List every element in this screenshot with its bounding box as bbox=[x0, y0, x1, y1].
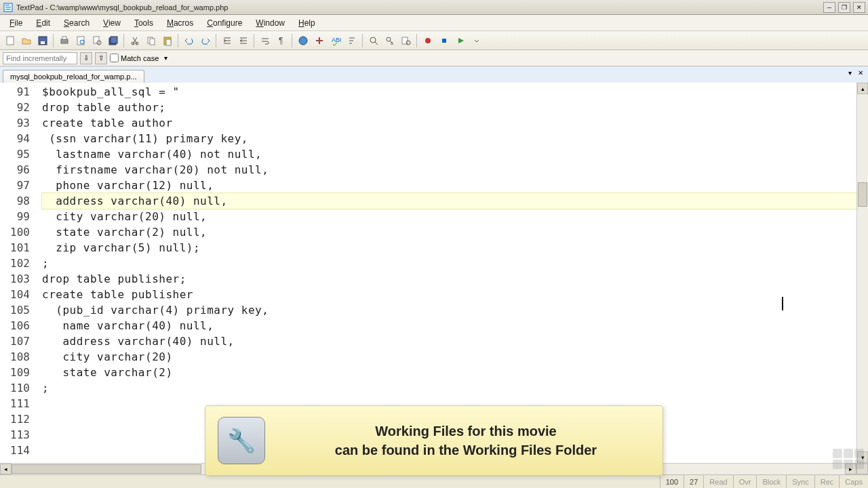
menu-file[interactable]: File bbox=[4, 16, 28, 30]
save-icon[interactable] bbox=[35, 33, 50, 48]
find-next-button[interactable]: ⇩ bbox=[80, 52, 92, 64]
line-number-gutter: 9192939495969798991001011021031041051061… bbox=[0, 83, 34, 463]
code-line[interactable]: address varchar(40) null, bbox=[42, 193, 856, 209]
code-line[interactable]: ; bbox=[42, 380, 856, 396]
scroll-up-icon[interactable]: ▴ bbox=[857, 83, 868, 94]
menu-help[interactable]: Help bbox=[293, 16, 321, 30]
find-options-dropdown[interactable]: ▾ bbox=[161, 52, 170, 64]
vertical-scrollbar[interactable]: ▴ ▾ bbox=[856, 83, 868, 463]
scroll-left-icon[interactable]: ◂ bbox=[0, 464, 12, 474]
code-line[interactable]: phone varchar(12) null, bbox=[42, 178, 856, 193]
find-icon[interactable] bbox=[366, 33, 381, 48]
outdent-icon[interactable] bbox=[236, 33, 251, 48]
code-line[interactable]: name varchar(40) null, bbox=[42, 318, 856, 333]
statusbar: 100 27 Read Ovr Block Sync Rec Caps bbox=[0, 474, 868, 488]
sort-icon[interactable] bbox=[344, 33, 359, 48]
status-line: 100 bbox=[660, 475, 684, 488]
open-file-icon[interactable] bbox=[19, 33, 34, 48]
replace-icon[interactable]: a bbox=[382, 33, 397, 48]
stop-macro-icon[interactable] bbox=[437, 33, 452, 48]
tabbar-dropdown-icon[interactable]: ▾ bbox=[845, 68, 854, 77]
line-number: 91 bbox=[0, 84, 34, 100]
code-line[interactable]: (ssn varchar(11) primary key, bbox=[42, 131, 856, 146]
menu-tools[interactable]: Tools bbox=[129, 16, 159, 30]
wordwrap-icon[interactable] bbox=[258, 33, 273, 48]
play-macro-icon[interactable] bbox=[453, 33, 468, 48]
code-line[interactable]: state varchar(2) null, bbox=[42, 224, 856, 240]
code-line[interactable]: city varchar(20) null, bbox=[42, 209, 856, 224]
line-number: 106 bbox=[0, 318, 34, 333]
svg-text:a: a bbox=[391, 41, 393, 45]
compile-icon[interactable] bbox=[312, 33, 327, 48]
menu-macros[interactable]: Macros bbox=[161, 16, 199, 30]
status-caps: Caps bbox=[839, 475, 868, 488]
cut-icon[interactable] bbox=[127, 33, 142, 48]
findbar: ⇩ ⇧ Match case ▾ bbox=[0, 50, 868, 66]
code-line[interactable]: $bookpub_all_sql = " bbox=[42, 84, 856, 100]
tab-active[interactable]: mysql_bookpub_reload_for_wamp.p... bbox=[3, 70, 144, 83]
line-number: 113 bbox=[0, 427, 34, 443]
menubar: File Edit Search View Tools Macros Confi… bbox=[0, 15, 868, 31]
save-all-icon[interactable] bbox=[106, 33, 121, 48]
svg-rect-8 bbox=[62, 37, 66, 39]
close-button[interactable]: ✕ bbox=[853, 2, 865, 13]
find-file-icon[interactable] bbox=[90, 33, 104, 48]
line-number: 111 bbox=[0, 396, 34, 411]
menu-search[interactable]: Search bbox=[58, 16, 95, 30]
line-number: 99 bbox=[0, 209, 34, 224]
code-line[interactable]: state varchar(2) bbox=[42, 365, 856, 380]
line-number: 92 bbox=[0, 100, 34, 115]
find-input[interactable] bbox=[3, 52, 77, 64]
tabbar: mysql_bookpub_reload_for_wamp.p... ▾ ✕ bbox=[0, 66, 868, 83]
info-tooltip: 🔧 Working Files for this moviecan be fou… bbox=[205, 405, 663, 476]
vscroll-thumb[interactable] bbox=[858, 182, 867, 207]
menu-edit[interactable]: Edit bbox=[31, 16, 56, 30]
indent-icon[interactable] bbox=[220, 33, 235, 48]
svg-point-15 bbox=[132, 42, 134, 45]
code-line[interactable]: lastname varchar(40) not null, bbox=[42, 146, 856, 162]
dropdown-icon[interactable] bbox=[469, 33, 484, 48]
paste-icon[interactable] bbox=[160, 33, 175, 48]
copy-icon[interactable] bbox=[144, 33, 159, 48]
web-icon[interactable] bbox=[296, 33, 311, 48]
code-line[interactable]: drop table publisher; bbox=[42, 271, 856, 287]
svg-rect-11 bbox=[94, 37, 99, 43]
code-line[interactable]: address varchar(40) null, bbox=[42, 333, 856, 349]
record-macro-icon[interactable] bbox=[420, 33, 435, 48]
spell-icon[interactable]: ABC bbox=[328, 33, 343, 48]
svg-rect-4 bbox=[7, 37, 14, 45]
toolbar: ¶ ABC a bbox=[0, 31, 868, 50]
print-icon[interactable] bbox=[57, 33, 72, 48]
titlebar-text: TextPad - C:\wamp\www\mysql_bookpub_relo… bbox=[16, 3, 823, 12]
svg-text:ABC: ABC bbox=[332, 37, 341, 43]
match-case-checkbox[interactable]: Match case bbox=[110, 54, 159, 62]
find-prev-button[interactable]: ⇧ bbox=[95, 52, 107, 64]
menu-window[interactable]: Window bbox=[250, 16, 290, 30]
menu-view[interactable]: View bbox=[98, 16, 126, 30]
tooltip-text: Working Files for this moviecan be found… bbox=[281, 422, 650, 460]
new-file-icon[interactable] bbox=[3, 33, 18, 48]
svg-rect-1 bbox=[5, 5, 9, 5]
show-para-icon[interactable]: ¶ bbox=[274, 33, 289, 48]
menu-configure[interactable]: Configure bbox=[201, 16, 248, 30]
line-number: 108 bbox=[0, 349, 34, 365]
maximize-button[interactable]: ❐ bbox=[838, 2, 850, 13]
code-line[interactable]: (pub_id varchar(4) primary key, bbox=[42, 302, 856, 318]
code-line[interactable]: ; bbox=[42, 256, 856, 271]
code-line[interactable]: drop table author; bbox=[42, 100, 856, 115]
print-preview-icon[interactable] bbox=[73, 33, 88, 48]
tabbar-close-icon[interactable]: ✕ bbox=[856, 68, 865, 77]
hscroll-thumb[interactable] bbox=[12, 464, 201, 474]
code-line[interactable]: create table author bbox=[42, 115, 856, 131]
undo-icon[interactable] bbox=[182, 33, 197, 48]
code-line[interactable]: create table publisher bbox=[42, 287, 856, 302]
line-number: 100 bbox=[0, 224, 34, 240]
redo-icon[interactable] bbox=[198, 33, 213, 48]
code-line[interactable]: zip varchar(5) null); bbox=[42, 240, 856, 256]
minimize-button[interactable]: ─ bbox=[823, 2, 835, 13]
find-in-files-icon[interactable] bbox=[399, 33, 414, 48]
titlebar: TextPad - C:\wamp\www\mysql_bookpub_relo… bbox=[0, 0, 868, 15]
status-sync: Sync bbox=[786, 475, 814, 488]
code-line[interactable]: firstname varchar(20) not null, bbox=[42, 162, 856, 178]
code-line[interactable]: city varchar(20) bbox=[42, 349, 856, 365]
